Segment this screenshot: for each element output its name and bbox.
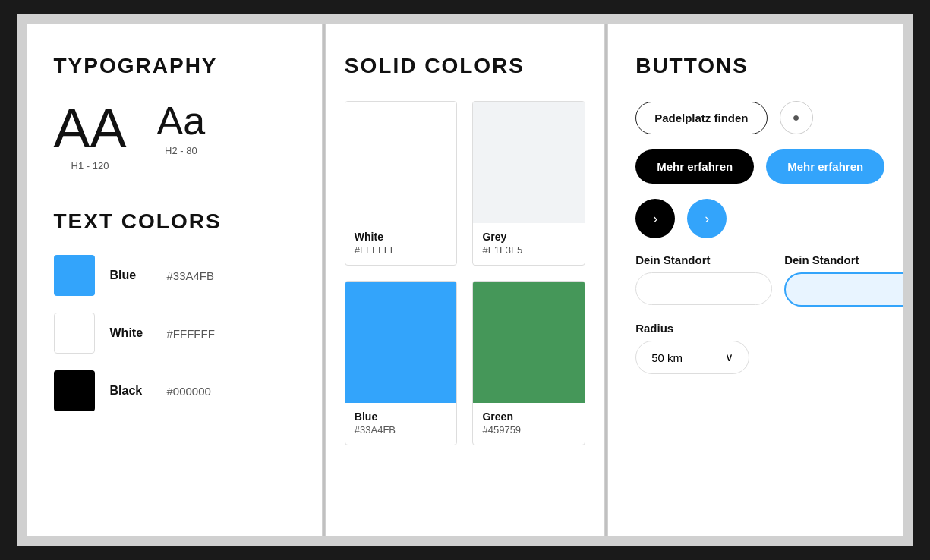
black-name: Black	[110, 384, 152, 398]
white-hex: #FFFFFF	[167, 327, 215, 340]
mehr-erfahren-blue-button[interactable]: Mehr erfahren	[766, 149, 884, 184]
arrow-blue-button[interactable]: ›	[687, 199, 727, 238]
h2-sample: Aa H2 - 80	[157, 101, 206, 171]
blue-info: Blue #33A4FB	[345, 403, 457, 445]
blue-preview	[345, 282, 457, 403]
solid-color-blue: Blue #33A4FB	[345, 281, 458, 445]
arrow-black-button[interactable]: ›	[635, 199, 675, 238]
black-hex: #000000	[167, 385, 211, 398]
btn-row-3: › ›	[635, 199, 876, 238]
white-preview	[345, 102, 457, 223]
h2-display: Aa	[157, 101, 206, 140]
radius-value: 50 km	[651, 351, 683, 364]
blue-name: Blue	[110, 269, 152, 282]
solid-colors-title: SOLID COLORS	[345, 54, 585, 78]
chevron-down-icon: ∨	[725, 351, 733, 364]
input-col-2: Dein Standort	[784, 253, 903, 307]
standort-input-2[interactable]	[784, 272, 903, 307]
white-info: White #FFFFFF	[345, 223, 457, 265]
green-card-name: Green	[482, 411, 575, 423]
blue-swatch	[54, 255, 95, 296]
main-container: TYPOGRAPHY AA H1 - 120 Aa H2 - 80 TEXT C…	[17, 14, 913, 546]
input-col-1: Dein Standort	[635, 253, 772, 307]
color-item-white: White #FFFFFF	[54, 313, 295, 354]
solid-color-grid: White #FFFFFF Grey #F1F3F5 Blue #33A4FB	[345, 101, 585, 445]
solid-colors-panel: SOLID COLORS White #FFFFFF Grey #F1F3F5	[326, 24, 604, 536]
color-item-blue: Blue #33A4FB	[54, 255, 295, 296]
arrow-blue-icon: ›	[705, 211, 709, 227]
mehr-erfahren-black-button[interactable]: Mehr erfahren	[635, 149, 754, 184]
arrow-black-icon: ›	[653, 211, 657, 227]
h1-display: AA	[54, 101, 127, 156]
type-samples: AA H1 - 120 Aa H2 - 80	[54, 101, 295, 171]
white-swatch	[54, 313, 95, 354]
grey-preview	[473, 102, 585, 223]
color-list: Blue #33A4FB White #FFFFFF Black #000000	[54, 255, 295, 411]
grey-card-name: Grey	[482, 231, 575, 243]
grey-info: Grey #F1F3F5	[473, 223, 585, 265]
radius-section: Radius 50 km ∨	[635, 322, 876, 374]
solid-color-white: White #FFFFFF	[345, 101, 458, 266]
h1-label: H1 - 120	[71, 160, 109, 171]
radius-label: Radius	[635, 322, 876, 335]
standort-label-2: Dein Standort	[784, 253, 903, 266]
btn-row-1: Padelplatz finden ●	[635, 101, 876, 134]
input-row: Dein Standort Dein Standort	[635, 253, 876, 307]
btn-row-2: Mehr erfahren Mehr erfahren	[635, 149, 876, 184]
solid-color-grey: Grey #F1F3F5	[472, 101, 585, 266]
standort-label-1: Dein Standort	[635, 253, 772, 266]
padelplatz-button[interactable]: Padelplatz finden	[635, 102, 767, 134]
buttons-panel: BUTTONS Padelplatz finden ● Mehr erfahre…	[608, 24, 903, 536]
blue-hex: #33A4FB	[167, 269, 215, 282]
grey-card-hex: #F1F3F5	[482, 244, 575, 256]
green-card-hex: #459759	[482, 424, 575, 436]
h1-sample: AA H1 - 120	[54, 101, 127, 171]
color-item-black: Black #000000	[54, 370, 295, 411]
standort-input-1[interactable]	[635, 272, 772, 305]
white-card-name: White	[355, 231, 448, 243]
black-swatch	[54, 370, 95, 411]
circle-icon: ●	[793, 111, 800, 124]
radius-select[interactable]: 50 km ∨	[635, 341, 749, 374]
blue-card-name: Blue	[355, 411, 448, 423]
text-colors-title: TEXT COLORS	[54, 209, 295, 234]
typography-panel: TYPOGRAPHY AA H1 - 120 Aa H2 - 80 TEXT C…	[27, 24, 322, 536]
white-card-hex: #FFFFFF	[355, 244, 448, 256]
solid-color-green: Green #459759	[472, 281, 585, 445]
input-section: Dein Standort Dein Standort	[635, 253, 876, 307]
green-info: Green #459759	[473, 403, 585, 445]
h2-label: H2 - 80	[165, 145, 197, 156]
buttons-title: BUTTONS	[635, 54, 876, 78]
white-name: White	[110, 326, 152, 340]
circle-button[interactable]: ●	[780, 101, 813, 134]
green-preview	[473, 282, 585, 403]
blue-card-hex: #33A4FB	[355, 424, 448, 436]
typography-title: TYPOGRAPHY	[54, 54, 295, 78]
